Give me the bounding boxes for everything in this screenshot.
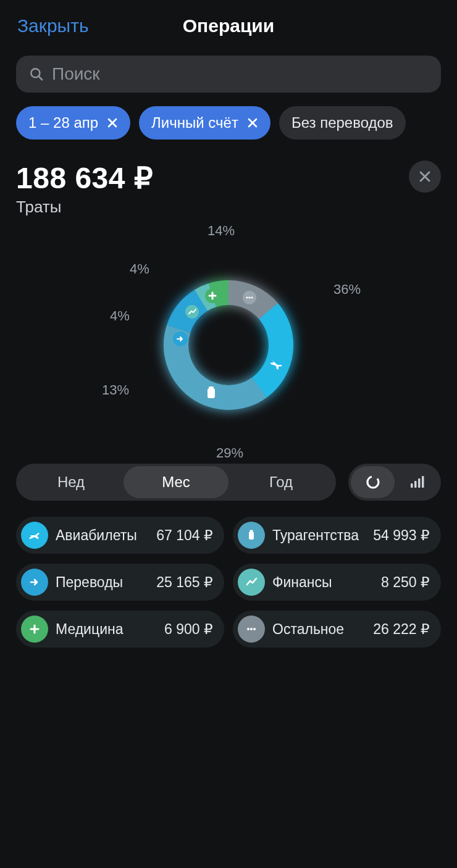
pct-label-transfers: 13% xyxy=(102,382,129,398)
header: Закрыть Операции xyxy=(0,7,457,44)
pct-label-travel: 29% xyxy=(216,445,243,461)
svg-rect-23 xyxy=(250,530,253,532)
svg-point-17 xyxy=(367,477,379,488)
cat-travel-name: Турагентства xyxy=(272,527,371,544)
cat-transfers-amount: 25 165 ₽ xyxy=(156,574,213,591)
search-field[interactable] xyxy=(16,56,441,93)
cat-flights[interactable]: Авиабилеты 67 104 ₽ xyxy=(16,517,224,554)
search-icon xyxy=(28,66,44,82)
svg-rect-22 xyxy=(249,532,254,540)
category-grid: Авиабилеты 67 104 ₽ Турагентства 54 993 … xyxy=(0,501,457,648)
cat-travel-amount: 54 993 ₽ xyxy=(373,527,430,544)
cat-medicine-amount: 6 900 ₽ xyxy=(164,621,213,638)
svg-point-24 xyxy=(247,628,249,630)
cat-finance-name: Финансы xyxy=(272,574,379,591)
cat-flights-amount: 67 104 ₽ xyxy=(156,527,213,544)
pct-label-med: 4% xyxy=(130,261,149,277)
arrow-icon xyxy=(21,569,48,596)
cat-medicine-name: Медицина xyxy=(56,621,162,638)
cat-transfers[interactable]: Переводы 25 165 ₽ xyxy=(16,564,224,601)
chip-exclude-label: Без переводов xyxy=(291,114,393,131)
cat-other-amount: 26 222 ₽ xyxy=(373,621,430,638)
period-month[interactable]: Мес xyxy=(124,466,228,498)
svg-rect-20 xyxy=(418,478,421,488)
page-title: Операции xyxy=(183,15,274,36)
donut-chart[interactable] xyxy=(136,252,321,438)
cat-travel[interactable]: Турагентства 54 993 ₽ xyxy=(233,517,441,554)
close-button[interactable]: Закрыть xyxy=(17,15,89,36)
pct-label-finance: 4% xyxy=(110,308,130,324)
controls-row: Нед Мес Год xyxy=(0,464,457,501)
cat-transfers-name: Переводы xyxy=(56,574,154,591)
filter-chips: 1 – 28 апр Личный счёт Без переводов xyxy=(0,93,457,140)
chip-period-label: 1 – 28 апр xyxy=(28,114,98,131)
donut-icon xyxy=(364,474,382,491)
jar-icon xyxy=(238,522,265,549)
close-pie-button[interactable] xyxy=(409,161,441,193)
svg-rect-19 xyxy=(414,481,417,488)
total-label: Траты xyxy=(16,198,153,217)
bars-icon xyxy=(408,474,426,491)
period-year[interactable]: Год xyxy=(228,466,333,498)
chip-account-label: Личный счёт xyxy=(151,114,238,131)
pct-label-other: 14% xyxy=(208,223,235,239)
svg-point-9 xyxy=(246,296,248,298)
chip-period[interactable]: 1 – 28 апр xyxy=(16,106,130,140)
svg-point-10 xyxy=(248,296,250,298)
plane-icon xyxy=(21,522,48,549)
cat-finance[interactable]: Финансы 8 250 ₽ xyxy=(233,564,441,601)
svg-point-25 xyxy=(250,628,253,630)
svg-rect-13 xyxy=(209,386,214,389)
svg-rect-12 xyxy=(208,388,215,398)
chart-icon xyxy=(238,569,265,596)
cat-other-name: Остальное xyxy=(272,621,371,638)
chip-account[interactable]: Личный счёт xyxy=(139,106,270,140)
cat-finance-amount: 8 250 ₽ xyxy=(381,574,430,591)
chip-account-remove-icon[interactable] xyxy=(247,117,258,128)
view-bars[interactable] xyxy=(395,466,438,498)
svg-point-26 xyxy=(253,628,256,630)
total-row: 188 634 ₽ Траты xyxy=(0,140,457,217)
cat-other[interactable]: Остальное 26 222 ₽ xyxy=(233,611,441,648)
period-week[interactable]: Нед xyxy=(19,466,124,498)
close-icon xyxy=(418,170,432,183)
plus-icon xyxy=(21,616,48,643)
svg-rect-21 xyxy=(422,476,424,488)
cat-flights-name: Авиабилеты xyxy=(56,527,154,544)
search-input[interactable] xyxy=(52,64,429,84)
view-donut[interactable] xyxy=(351,466,395,498)
chip-period-remove-icon[interactable] xyxy=(107,117,118,128)
svg-point-11 xyxy=(251,296,253,298)
svg-line-1 xyxy=(38,76,42,80)
total-amount: 188 634 ₽ xyxy=(16,161,153,195)
pct-label-flights: 36% xyxy=(333,282,361,298)
cat-medicine[interactable]: Медицина 6 900 ₽ xyxy=(16,611,224,648)
period-segmented[interactable]: Нед Мес Год xyxy=(16,464,336,501)
svg-rect-18 xyxy=(411,483,413,488)
view-toggle[interactable] xyxy=(348,464,441,501)
donut-chart-area: 14% 36% 29% 13% 4% 4% xyxy=(0,217,457,464)
dots-icon xyxy=(238,616,265,643)
chip-exclude-transfers[interactable]: Без переводов xyxy=(279,106,406,140)
